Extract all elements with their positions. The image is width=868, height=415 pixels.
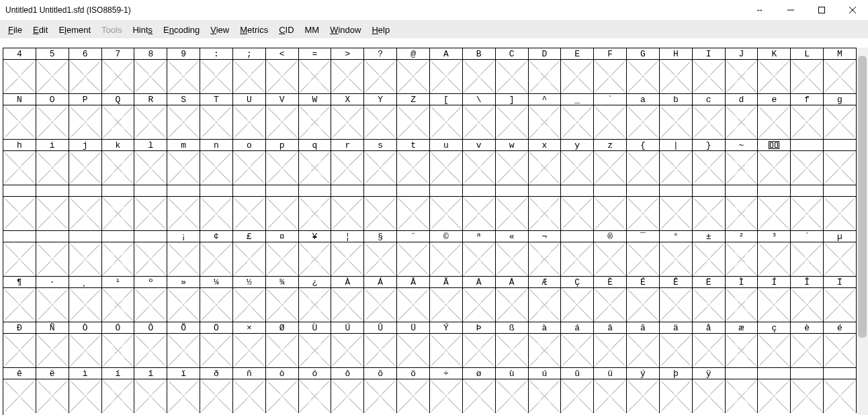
glyph-cell[interactable]: {	[627, 139, 660, 185]
glyph-cell[interactable]: ê	[3, 367, 36, 413]
glyph-cell[interactable]: c	[693, 93, 726, 139]
glyph-slot[interactable]	[561, 197, 593, 230]
glyph-slot[interactable]	[726, 242, 758, 276]
glyph-cell[interactable]: ò	[266, 367, 299, 413]
glyph-cell[interactable]	[627, 185, 660, 230]
glyph-cell[interactable]	[102, 185, 135, 230]
glyph-cell[interactable]	[594, 185, 627, 230]
glyph-cell[interactable]: £	[233, 230, 266, 276]
glyph-slot[interactable]	[529, 242, 561, 276]
glyph-cell[interactable]: à	[529, 322, 562, 367]
glyph-cell[interactable]: ±	[693, 230, 726, 276]
menu-edit[interactable]: Edit	[29, 24, 52, 36]
glyph-slot[interactable]	[200, 105, 232, 139]
glyph-slot[interactable]	[331, 334, 363, 367]
glyph-slot[interactable]	[627, 151, 659, 185]
glyph-slot[interactable]	[331, 60, 363, 93]
glyph-slot[interactable]	[496, 60, 528, 93]
glyph-cell[interactable]	[824, 139, 857, 185]
glyph-cell[interactable]: C	[496, 48, 529, 93]
glyph-cell[interactable]	[134, 185, 167, 230]
glyph-slot[interactable]	[758, 60, 790, 93]
glyph-cell[interactable]: í	[102, 367, 135, 413]
glyph-slot[interactable]	[299, 379, 331, 413]
glyph-slot[interactable]	[529, 334, 561, 367]
glyph-slot[interactable]	[134, 288, 167, 322]
glyph-slot[interactable]	[233, 60, 265, 93]
glyph-slot[interactable]	[167, 242, 200, 276]
glyph-cell[interactable]: ´	[791, 230, 824, 276]
glyph-slot[interactable]	[758, 105, 790, 139]
glyph-cell[interactable]: ø	[463, 367, 496, 413]
glyph-slot[interactable]	[233, 242, 265, 276]
glyph-slot[interactable]	[463, 242, 495, 276]
glyph-slot[interactable]	[69, 197, 101, 230]
glyph-slot[interactable]	[824, 60, 856, 93]
glyph-slot[interactable]	[726, 60, 758, 93]
glyph-slot[interactable]	[397, 242, 429, 276]
glyph-slot[interactable]	[824, 379, 856, 413]
glyph-slot[interactable]	[561, 288, 593, 322]
glyph-cell[interactable]: À	[331, 276, 364, 322]
glyph-slot[interactable]	[3, 288, 36, 322]
glyph-slot[interactable]	[463, 334, 495, 367]
glyph-cell[interactable]: i	[36, 139, 69, 185]
glyph-slot[interactable]	[331, 379, 363, 413]
glyph-slot[interactable]	[266, 60, 298, 93]
glyph-slot[interactable]	[529, 60, 561, 93]
glyph-cell[interactable]: b	[660, 93, 693, 139]
glyph-cell[interactable]: \	[463, 93, 496, 139]
glyph-slot[interactable]	[561, 151, 593, 185]
glyph-slot[interactable]	[430, 197, 462, 230]
glyph-cell[interactable]: ©	[430, 230, 463, 276]
glyph-cell[interactable]: é	[824, 322, 857, 367]
glyph-cell[interactable]: ñ	[233, 367, 266, 413]
glyph-slot[interactable]	[266, 379, 298, 413]
glyph-slot[interactable]	[758, 197, 790, 230]
glyph-slot[interactable]	[134, 242, 167, 276]
glyph-slot[interactable]	[69, 242, 101, 276]
glyph-slot[interactable]	[824, 105, 856, 139]
menu-mm[interactable]: MM	[301, 24, 324, 36]
minimize-button[interactable]	[775, 0, 806, 20]
glyph-slot[interactable]	[3, 197, 36, 230]
glyph-cell[interactable]: ¿	[299, 276, 332, 322]
glyph-slot[interactable]	[496, 151, 528, 185]
glyph-cell[interactable]: ¹	[102, 276, 135, 322]
glyph-cell[interactable]	[463, 185, 496, 230]
glyph-cell[interactable]: 4	[3, 48, 36, 93]
glyph-slot[interactable]	[397, 105, 429, 139]
glyph-cell[interactable]: <	[266, 48, 299, 93]
glyph-slot[interactable]	[3, 151, 36, 185]
glyph-slot[interactable]	[463, 151, 495, 185]
glyph-cell[interactable]: ç	[758, 322, 791, 367]
glyph-slot[interactable]	[496, 242, 528, 276]
glyph-cell[interactable]: g	[824, 93, 857, 139]
glyph-cell[interactable]: Ì	[726, 276, 758, 322]
glyph-slot[interactable]	[496, 105, 528, 139]
glyph-cell[interactable]: È	[594, 276, 627, 322]
glyph-cell[interactable]	[758, 185, 791, 230]
glyph-slot[interactable]	[102, 334, 134, 367]
glyph-cell[interactable]: u	[430, 139, 463, 185]
glyph-slot[interactable]	[529, 151, 561, 185]
glyph-slot[interactable]	[200, 334, 232, 367]
glyph-slot[interactable]	[331, 105, 363, 139]
glyph-cell[interactable]: õ	[364, 367, 397, 413]
glyph-cell[interactable]: ö	[397, 367, 430, 413]
menu-element[interactable]: Element	[54, 24, 95, 36]
glyph-cell[interactable]: ¡	[167, 230, 200, 276]
glyph-cell[interactable]	[299, 185, 332, 230]
glyph-cell[interactable]: Ü	[397, 322, 430, 367]
glyph-slot[interactable]	[660, 60, 692, 93]
glyph-cell[interactable]: ë	[36, 367, 69, 413]
glyph-cell[interactable]: Þ	[463, 322, 496, 367]
glyph-cell[interactable]: ª	[463, 230, 496, 276]
glyph-slot[interactable]	[3, 60, 36, 93]
glyph-slot[interactable]	[693, 105, 725, 139]
glyph-slot[interactable]	[594, 197, 626, 230]
glyph-slot[interactable]	[529, 379, 561, 413]
glyph-slot[interactable]	[758, 334, 790, 367]
glyph-slot[interactable]	[200, 379, 232, 413]
glyph-slot[interactable]	[758, 242, 790, 276]
